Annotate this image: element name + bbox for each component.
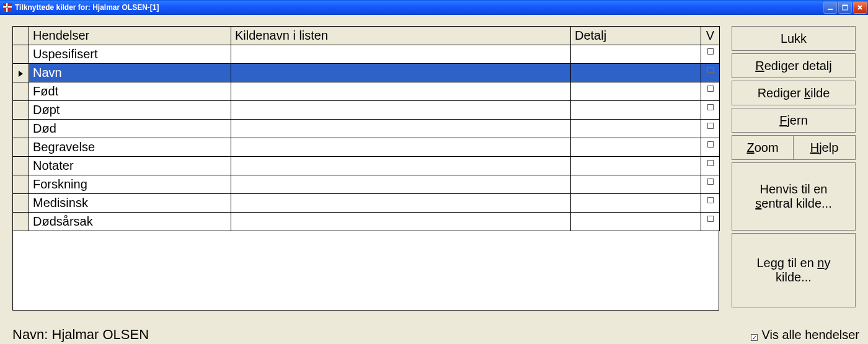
checkbox-icon bbox=[707, 123, 714, 129]
cell-source[interactable] bbox=[231, 45, 571, 64]
titlebar: Tilknyttede kilder for: Hjalmar OLSEN-[1… bbox=[0, 0, 868, 15]
cell-v[interactable] bbox=[701, 120, 720, 138]
row-indicator bbox=[13, 138, 29, 157]
help-button[interactable]: Hjelp bbox=[794, 135, 856, 160]
cell-source[interactable] bbox=[231, 175, 571, 194]
cell-detail[interactable] bbox=[571, 213, 701, 231]
checkbox-icon bbox=[707, 197, 714, 203]
cell-source[interactable] bbox=[231, 138, 571, 157]
cell-detail[interactable] bbox=[571, 194, 701, 213]
cell-source[interactable] bbox=[231, 157, 571, 175]
cell-event[interactable]: Død bbox=[29, 120, 231, 138]
cell-source[interactable] bbox=[231, 120, 571, 138]
checkbox-icon bbox=[707, 48, 714, 55]
window-buttons bbox=[823, 0, 868, 15]
checkbox-icon bbox=[707, 216, 714, 222]
cell-source[interactable] bbox=[231, 101, 571, 120]
cell-detail[interactable] bbox=[571, 82, 701, 101]
row-indicator bbox=[13, 82, 29, 101]
cell-event[interactable]: Uspesifisert bbox=[29, 45, 231, 64]
grid-blank-area bbox=[12, 231, 719, 311]
cell-detail[interactable] bbox=[571, 157, 701, 175]
cell-source[interactable] bbox=[231, 213, 571, 231]
table-row[interactable]: Dødsårsak bbox=[13, 213, 720, 231]
edit-detail-button[interactable]: Rediger detalj bbox=[732, 53, 856, 78]
cell-v[interactable] bbox=[701, 194, 720, 213]
help-label: Hjelp bbox=[810, 141, 839, 155]
table-row[interactable]: Navn bbox=[13, 64, 720, 82]
cell-detail[interactable] bbox=[571, 64, 701, 82]
table-row[interactable]: Medisinsk bbox=[13, 194, 720, 213]
row-indicator bbox=[13, 101, 29, 120]
checkbox-icon bbox=[707, 160, 714, 166]
cell-v[interactable] bbox=[701, 175, 720, 194]
remove-label: Fjern bbox=[779, 113, 808, 128]
edit-detail-label: Rediger detalj bbox=[755, 59, 831, 73]
cell-v[interactable] bbox=[701, 157, 720, 175]
checkbox-icon bbox=[707, 104, 714, 110]
cell-event[interactable]: Notater bbox=[29, 157, 231, 175]
zoom-button[interactable]: Zoom bbox=[732, 135, 794, 160]
row-indicator bbox=[13, 120, 29, 138]
client-area: Hendelser Kildenavn i listen Detalj V Us… bbox=[0, 15, 868, 344]
cell-event[interactable]: Født bbox=[29, 82, 231, 101]
cell-detail[interactable] bbox=[571, 175, 701, 194]
cell-event[interactable]: Navn bbox=[29, 64, 231, 82]
cell-v[interactable] bbox=[701, 82, 720, 101]
close-dialog-button[interactable]: Lukk bbox=[732, 26, 856, 51]
grid-corner bbox=[13, 27, 29, 45]
cell-event[interactable]: Begravelse bbox=[29, 138, 231, 157]
svg-rect-5 bbox=[828, 9, 833, 10]
checkbox-icon bbox=[707, 86, 714, 92]
table-row[interactable]: Død bbox=[13, 120, 720, 138]
window-title: Tilknyttede kilder for: Hjalmar OLSEN-[1… bbox=[15, 3, 159, 12]
cell-source[interactable] bbox=[231, 194, 571, 213]
refer-central-source-button[interactable]: Henvis til en sentral kilde... bbox=[732, 162, 856, 231]
minimize-button[interactable] bbox=[823, 1, 837, 14]
zoom-label: Zoom bbox=[746, 141, 778, 155]
cell-v[interactable] bbox=[701, 138, 720, 157]
add-new-label: Legg til en ny kilde... bbox=[757, 256, 831, 284]
maximize-button[interactable] bbox=[838, 1, 852, 14]
cell-v[interactable] bbox=[701, 101, 720, 120]
close-dialog-label: Lukk bbox=[781, 32, 807, 46]
cell-detail[interactable] bbox=[571, 101, 701, 120]
col-header-source[interactable]: Kildenavn i listen bbox=[231, 27, 571, 45]
row-indicator bbox=[13, 64, 29, 82]
row-indicator bbox=[13, 194, 29, 213]
table-row[interactable]: Født bbox=[13, 82, 720, 101]
add-new-source-button[interactable]: Legg til en ny kilde... bbox=[732, 233, 856, 307]
col-header-detail[interactable]: Detalj bbox=[571, 27, 701, 45]
cell-event[interactable]: Medisinsk bbox=[29, 194, 231, 213]
cell-source[interactable] bbox=[231, 64, 571, 82]
cell-detail[interactable] bbox=[571, 120, 701, 138]
cell-v[interactable] bbox=[701, 45, 720, 64]
cell-event[interactable]: Forskning bbox=[29, 175, 231, 194]
cell-detail[interactable] bbox=[571, 45, 701, 64]
checkbox-icon bbox=[707, 67, 714, 73]
show-all-label: Vis alle hendelser bbox=[761, 328, 859, 342]
grid-header-row: Hendelser Kildenavn i listen Detalj V bbox=[13, 27, 720, 45]
cell-detail[interactable] bbox=[571, 138, 701, 157]
table-row[interactable]: Forskning bbox=[13, 175, 720, 194]
cell-source[interactable] bbox=[231, 82, 571, 101]
checkbox-icon bbox=[707, 179, 714, 185]
col-header-v[interactable]: V bbox=[701, 27, 720, 45]
cell-event[interactable]: Døpt bbox=[29, 101, 231, 120]
svg-rect-4 bbox=[3, 7, 12, 7]
cell-v[interactable] bbox=[701, 64, 720, 82]
table-row[interactable]: Begravelse bbox=[13, 138, 720, 157]
cell-v[interactable] bbox=[701, 213, 720, 231]
sources-grid[interactable]: Hendelser Kildenavn i listen Detalj V Us… bbox=[12, 26, 719, 311]
close-button[interactable] bbox=[853, 1, 867, 14]
edit-source-button[interactable]: Rediger kilde bbox=[732, 81, 856, 105]
table-row[interactable]: Uspesifisert bbox=[13, 45, 720, 64]
table-row[interactable]: Notater bbox=[13, 157, 720, 175]
table-row[interactable]: Døpt bbox=[13, 101, 720, 120]
footer: Navn: Hjalmar OLSEN ✓ Vis alle hendelser bbox=[12, 327, 859, 343]
cell-event[interactable]: Dødsårsak bbox=[29, 213, 231, 231]
show-all-events-check[interactable]: ✓ Vis alle hendelser bbox=[751, 328, 859, 342]
name-label: Navn: Hjalmar OLSEN bbox=[12, 327, 149, 343]
remove-button[interactable]: Fjern bbox=[732, 108, 856, 133]
col-header-event[interactable]: Hendelser bbox=[29, 27, 231, 45]
